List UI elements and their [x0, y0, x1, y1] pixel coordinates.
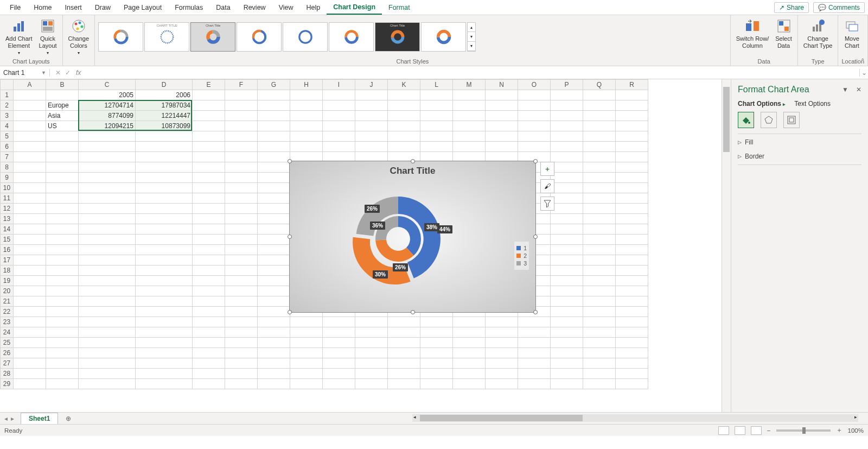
- cell-D15[interactable]: [136, 235, 193, 245]
- cell-D24[interactable]: [136, 327, 193, 338]
- cell-P9[interactable]: [551, 173, 583, 183]
- cell-E1[interactable]: [193, 90, 225, 100]
- row-header-6[interactable]: 6: [1, 142, 14, 152]
- column-header-I[interactable]: I: [323, 80, 355, 90]
- cell-L5[interactable]: [420, 131, 453, 142]
- tab-chart-design[interactable]: Chart Design: [327, 1, 382, 15]
- column-header-E[interactable]: E: [193, 80, 225, 90]
- cell-C14[interactable]: [79, 224, 136, 235]
- row-header-26[interactable]: 26: [1, 348, 14, 358]
- cell-A13[interactable]: [14, 214, 46, 224]
- row-header-27[interactable]: 27: [1, 358, 14, 369]
- cell-A16[interactable]: [14, 245, 46, 255]
- cell-E9[interactable]: [193, 173, 225, 183]
- cell-P6[interactable]: [551, 142, 583, 152]
- cell-P26[interactable]: [551, 348, 583, 358]
- cell-H6[interactable]: [290, 142, 323, 152]
- cell-J5[interactable]: [355, 131, 388, 142]
- tab-draw[interactable]: Draw: [88, 1, 117, 14]
- column-header-L[interactable]: L: [420, 80, 453, 90]
- row-header-19[interactable]: 19: [1, 276, 14, 286]
- cell-L27[interactable]: [420, 358, 453, 369]
- cell-Q9[interactable]: [583, 173, 616, 183]
- cell-E16[interactable]: [193, 245, 225, 255]
- move-chart-button[interactable]: Move Chart: [841, 17, 862, 50]
- cell-D3[interactable]: 12214447: [136, 111, 193, 121]
- cell-D1[interactable]: 2006: [136, 90, 193, 100]
- cell-F9[interactable]: [225, 173, 258, 183]
- cell-C28[interactable]: [79, 369, 136, 379]
- close-pane-button[interactable]: ✕: [856, 86, 861, 93]
- prev-sheet-button[interactable]: ◂: [4, 415, 8, 422]
- cell-N24[interactable]: [486, 327, 518, 338]
- column-header-Q[interactable]: Q: [583, 80, 616, 90]
- cell-H28[interactable]: [290, 369, 323, 379]
- cell-G3[interactable]: [258, 111, 290, 121]
- cell-B23[interactable]: [46, 317, 79, 327]
- cell-A15[interactable]: [14, 235, 46, 245]
- cell-K27[interactable]: [388, 358, 420, 369]
- cell-R22[interactable]: [616, 307, 648, 317]
- row-header-17[interactable]: 17: [1, 255, 14, 265]
- cell-H1[interactable]: [290, 90, 323, 100]
- cell-A26[interactable]: [14, 348, 46, 358]
- cell-O27[interactable]: [518, 358, 551, 369]
- cell-D8[interactable]: [136, 162, 193, 173]
- cell-G18[interactable]: [258, 265, 290, 276]
- cell-I4[interactable]: [323, 121, 355, 131]
- cell-B5[interactable]: [46, 131, 79, 142]
- cell-R21[interactable]: [616, 296, 648, 307]
- cell-E22[interactable]: [193, 307, 225, 317]
- cell-G12[interactable]: [258, 204, 290, 214]
- cell-J2[interactable]: [355, 100, 388, 111]
- cell-E5[interactable]: [193, 131, 225, 142]
- cell-C13[interactable]: [79, 214, 136, 224]
- cell-M1[interactable]: [453, 90, 486, 100]
- cell-N3[interactable]: [486, 111, 518, 121]
- cell-G19[interactable]: [258, 276, 290, 286]
- row-header-12[interactable]: 12: [1, 204, 14, 214]
- cell-E17[interactable]: [193, 255, 225, 265]
- column-header-K[interactable]: K: [388, 80, 420, 90]
- cell-Q2[interactable]: [583, 100, 616, 111]
- cell-M24[interactable]: [453, 327, 486, 338]
- cell-B25[interactable]: [46, 338, 79, 348]
- row-header-9[interactable]: 9: [1, 173, 14, 183]
- cell-K1[interactable]: [388, 90, 420, 100]
- cell-O2[interactable]: [518, 100, 551, 111]
- cell-N25[interactable]: [486, 338, 518, 348]
- cell-E2[interactable]: [193, 100, 225, 111]
- cell-B21[interactable]: [46, 296, 79, 307]
- cell-B28[interactable]: [46, 369, 79, 379]
- row-header-1[interactable]: 1: [1, 90, 14, 100]
- cell-P3[interactable]: [551, 111, 583, 121]
- chart-options-tab[interactable]: Chart Options ▸: [738, 100, 786, 107]
- cell-C21[interactable]: [79, 296, 136, 307]
- tab-home[interactable]: Home: [27, 1, 58, 14]
- row-header-3[interactable]: 3: [1, 111, 14, 121]
- change-chart-type-button[interactable]: Change Chart Type: [801, 17, 835, 50]
- cell-Q3[interactable]: [583, 111, 616, 121]
- cell-N5[interactable]: [486, 131, 518, 142]
- cell-A20[interactable]: [14, 286, 46, 296]
- cell-O4[interactable]: [518, 121, 551, 131]
- cell-P14[interactable]: [551, 224, 583, 235]
- tab-page-layout[interactable]: Page Layout: [117, 1, 168, 14]
- cell-D20[interactable]: [136, 286, 193, 296]
- row-header-4[interactable]: 4: [1, 121, 14, 131]
- cell-A14[interactable]: [14, 224, 46, 235]
- column-header-R[interactable]: R: [616, 80, 648, 90]
- switch-row-column-button[interactable]: Switch Row/ Column: [734, 17, 771, 50]
- cell-P7[interactable]: [551, 152, 583, 162]
- cell-F25[interactable]: [225, 338, 258, 348]
- cell-K28[interactable]: [388, 369, 420, 379]
- cell-D27[interactable]: [136, 358, 193, 369]
- cell-A19[interactable]: [14, 276, 46, 286]
- cell-A24[interactable]: [14, 327, 46, 338]
- worksheet-area[interactable]: ABCDEFGHIJKLMNOPQR1200520062Europe127047…: [0, 79, 731, 412]
- cell-R29[interactable]: [616, 379, 648, 389]
- cell-D4[interactable]: 10873099: [136, 121, 193, 131]
- cell-I26[interactable]: [323, 348, 355, 358]
- page-break-view-button[interactable]: [751, 426, 762, 435]
- cell-I24[interactable]: [323, 327, 355, 338]
